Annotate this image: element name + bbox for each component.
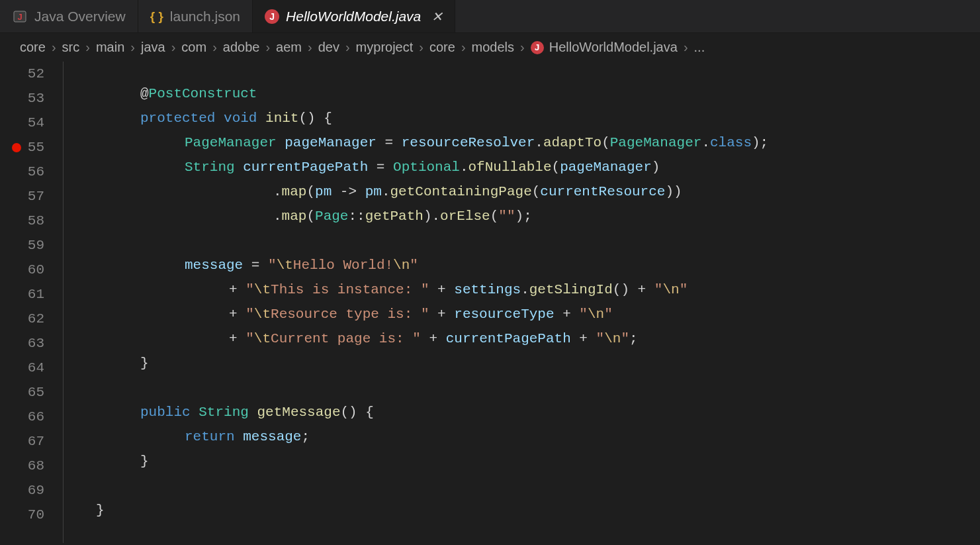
breakpoint-icon[interactable] xyxy=(12,143,21,152)
code-token: = xyxy=(243,258,268,273)
crumb[interactable]: adobe xyxy=(223,40,260,55)
code-line[interactable]: protected void init() { xyxy=(96,111,980,135)
code-line[interactable]: public String getMessage() { xyxy=(96,405,980,429)
code-token: + xyxy=(571,331,596,346)
code-token: } xyxy=(140,454,149,469)
line-number[interactable]: 63 xyxy=(0,331,44,356)
line-number[interactable]: 60 xyxy=(0,258,44,282)
tab-java-overview[interactable]: J Java Overview xyxy=(0,0,138,32)
line-number[interactable]: 61 xyxy=(0,282,44,307)
line-number-gutter[interactable]: 52535455565758596061626364656667686970 xyxy=(0,62,63,543)
code-line[interactable]: PageManager pageManager = resourceResolv… xyxy=(96,135,980,160)
code-token: ( xyxy=(306,209,315,224)
code-token: adaptTo xyxy=(543,135,601,150)
code-token: ( xyxy=(532,184,541,199)
crumb-file[interactable]: J HelloWorldModel.java xyxy=(531,40,678,55)
chevron-right-icon: › xyxy=(308,40,312,55)
code-token: resourceResolver xyxy=(402,135,535,150)
line-number[interactable]: 53 xyxy=(0,86,44,111)
code-line[interactable] xyxy=(96,380,980,405)
tab-helloworldmodel[interactable]: J HelloWorldModel.java ✕ xyxy=(253,0,455,32)
code-line[interactable]: } xyxy=(96,503,980,527)
crumb[interactable]: main xyxy=(96,40,124,55)
code-line[interactable]: return message; xyxy=(96,429,980,454)
code-token: " xyxy=(654,282,663,297)
line-number[interactable]: 66 xyxy=(0,405,44,429)
code-line[interactable]: .map(pm -> pm.getContainingPage(currentR… xyxy=(96,184,980,209)
crumb-file-label: HelloWorldModel.java xyxy=(549,40,678,55)
code-token: public xyxy=(140,405,191,420)
code-line[interactable]: .map(Page::getPath).orElse(""); xyxy=(96,209,980,233)
code-token: + xyxy=(555,307,580,322)
code-token: . xyxy=(273,184,282,199)
code-token: ( xyxy=(601,135,610,150)
line-number[interactable]: 69 xyxy=(0,478,44,503)
crumb[interactable]: java xyxy=(141,40,165,55)
code-line[interactable] xyxy=(96,62,980,86)
code-line[interactable]: } xyxy=(96,356,980,380)
line-number[interactable]: 59 xyxy=(0,233,44,258)
code-token: . xyxy=(535,135,543,150)
line-number[interactable]: 64 xyxy=(0,356,44,380)
crumb-more[interactable]: ... xyxy=(694,40,705,55)
crumb[interactable]: aem xyxy=(276,40,302,55)
code-token: This is instance: xyxy=(271,282,421,297)
code-token: . xyxy=(460,160,468,175)
code-line[interactable] xyxy=(96,233,980,258)
code-token: . xyxy=(273,209,282,224)
chevron-right-icon: › xyxy=(212,40,217,55)
code-token: = xyxy=(377,135,402,150)
crumb[interactable]: src xyxy=(62,40,80,55)
line-number[interactable]: 56 xyxy=(0,160,44,184)
code-area[interactable]: @PostConstructprotected void init() {Pag… xyxy=(63,62,980,543)
code-token: getMessage xyxy=(257,405,340,420)
crumb[interactable]: dev xyxy=(318,40,339,55)
crumb[interactable]: core xyxy=(20,40,46,55)
code-line[interactable] xyxy=(96,478,980,503)
code-token: -> xyxy=(332,184,365,199)
crumb[interactable]: core xyxy=(429,40,455,55)
code-token: resourceType xyxy=(454,307,554,322)
code-token: "" xyxy=(498,209,515,224)
crumb[interactable]: com xyxy=(181,40,206,55)
code-token: \t xyxy=(254,331,271,346)
code-editor[interactable]: 52535455565758596061626364656667686970 @… xyxy=(0,62,980,543)
code-line[interactable]: + "\tCurrent page is: " + currentPagePat… xyxy=(96,331,980,356)
line-number[interactable]: 58 xyxy=(0,209,44,233)
line-number[interactable]: 55 xyxy=(0,135,44,160)
code-line[interactable]: } xyxy=(96,454,980,478)
code-token: " xyxy=(268,258,277,273)
code-token: getPath xyxy=(365,209,423,224)
code-line[interactable]: String currentPagePath = Optional.ofNull… xyxy=(96,160,980,184)
line-number[interactable]: 52 xyxy=(0,62,44,86)
line-number[interactable]: 67 xyxy=(0,429,44,454)
line-number[interactable]: 70 xyxy=(0,503,44,527)
code-line[interactable]: + "\tThis is instance: " + settings.getS… xyxy=(96,282,980,307)
code-line[interactable]: @PostConstruct xyxy=(96,86,980,111)
code-token: Current page is: xyxy=(271,331,412,346)
line-number[interactable]: 68 xyxy=(0,454,44,478)
code-token: + xyxy=(229,307,245,322)
code-token: " xyxy=(410,258,418,273)
tab-launch-json[interactable]: { } launch.json xyxy=(138,0,253,32)
code-token: pm xyxy=(365,184,382,199)
line-number[interactable]: 65 xyxy=(0,380,44,405)
line-number[interactable]: 62 xyxy=(0,307,44,331)
code-line[interactable]: message = "\tHello World!\n" xyxy=(96,258,980,282)
code-token: . xyxy=(701,135,710,150)
crumb[interactable]: models xyxy=(472,40,514,55)
close-icon[interactable]: ✕ xyxy=(431,9,443,25)
code-token: void xyxy=(224,111,257,126)
code-token: Resource type is: xyxy=(271,307,421,322)
chevron-right-icon: › xyxy=(52,40,56,55)
code-token: \t xyxy=(254,307,271,322)
code-line[interactable]: + "\tResource type is: " + resourceType … xyxy=(96,307,980,331)
chevron-right-icon: › xyxy=(265,40,270,55)
code-token: ( xyxy=(490,209,499,224)
code-token: + xyxy=(429,307,455,322)
line-number[interactable]: 57 xyxy=(0,184,44,209)
crumb[interactable]: myproject xyxy=(356,40,414,55)
line-number[interactable]: 54 xyxy=(0,111,44,135)
java-file-icon: J xyxy=(265,9,279,24)
chevron-right-icon: › xyxy=(419,40,423,55)
